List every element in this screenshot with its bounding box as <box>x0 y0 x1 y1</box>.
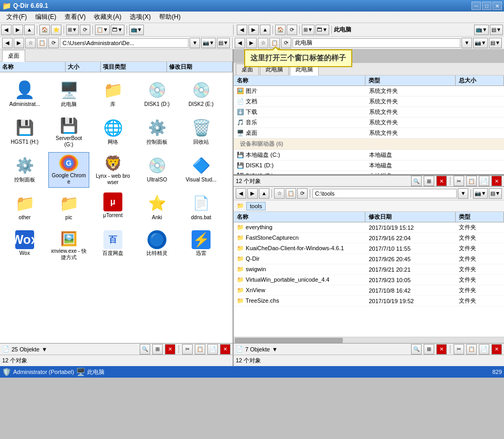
icon-recycle[interactable]: 🗑️ 回收站 <box>181 114 222 150</box>
icon-wox[interactable]: Wox Wox <box>4 228 45 263</box>
icon-library[interactable]: 📁 库 <box>92 77 133 112</box>
right-row-docs[interactable]: 📄 文档 系统文件夹 <box>234 97 504 107</box>
left-status-btn4[interactable]: ✂ <box>182 344 193 355</box>
left-col-date[interactable]: 修改日期 <box>167 62 233 72</box>
right-row-d[interactable]: 💾 DISK1 (D:) 本地磁盘 <box>234 160 504 171</box>
rb-status-btn2[interactable]: ⊞ <box>424 344 434 355</box>
address-input-bottom[interactable] <box>312 189 457 198</box>
rb-status-btn3[interactable]: ✕ <box>436 344 447 355</box>
view-mode-right[interactable]: 📷▼ <box>473 38 488 48</box>
star-right-addr[interactable]: ☆ <box>258 38 268 48</box>
forward-right-addr[interactable]: ▶ <box>246 38 257 48</box>
menu-file[interactable]: 文件(F) <box>2 12 31 23</box>
right-row-desktop[interactable]: 🖥️ 桌面 系统文件夹 <box>234 128 504 138</box>
icon-thispc[interactable]: 🖥️ 此电脑 <box>48 77 89 112</box>
left-status-btn7[interactable]: ✕ <box>220 344 230 355</box>
forward-button-right[interactable]: ▶ <box>248 25 259 35</box>
right-row-downloads[interactable]: ⬇️ 下载 系统文件夹 <box>234 107 504 117</box>
addr-dropdown-right[interactable]: ▼ <box>461 38 472 48</box>
icon-control-panel1[interactable]: ⚙️ 控制面板 <box>136 114 177 150</box>
left-status-btn3[interactable]: ✕ <box>165 344 175 355</box>
up-button-right[interactable]: ▲ <box>260 25 270 35</box>
right-top-status-btn1[interactable]: 🔍 <box>411 176 422 186</box>
right-row-images[interactable]: 🖼️ 图片 系统文件夹 <box>234 86 504 97</box>
star-left-addr[interactable]: ☆ <box>25 38 36 48</box>
rb-status-btn1[interactable]: 🔍 <box>411 344 422 355</box>
right-top-status-btn3[interactable]: ✕ <box>436 176 447 186</box>
back-right-addr[interactable]: ◀ <box>235 38 245 48</box>
minimize-button[interactable]: ─ <box>471 2 481 10</box>
bottom-row-xnview[interactable]: 📁 XnView 2017/10/8 16:42 文件夹 <box>234 285 504 296</box>
right-top-col-type[interactable]: 类型 <box>365 76 456 85</box>
back-button-left[interactable]: ◀ <box>1 25 12 35</box>
icon-pic[interactable]: 📁 pic <box>48 190 89 226</box>
right-row-c[interactable]: 💾 本地磁盘 (C:) 本地磁盘 <box>234 150 504 160</box>
pane-btn-right[interactable]: ▤▼ <box>490 25 503 35</box>
icon-ultraiso[interactable]: 💿 UltraISO <box>136 152 177 188</box>
icon-network[interactable]: 🌐 网络 <box>92 114 133 150</box>
right-top-status-btn6[interactable]: 📄 <box>479 176 489 186</box>
menu-edit[interactable]: 编辑(E) <box>31 12 60 23</box>
right-top-status-btn5[interactable]: 📋 <box>466 176 477 186</box>
right-top-status-btn4[interactable]: ✂ <box>454 176 464 186</box>
refresh-left-addr[interactable]: ⟳ <box>48 38 59 48</box>
back-btn-bottom[interactable]: ◀ <box>236 188 246 199</box>
copy-btn-bottom[interactable]: 📋 <box>286 188 296 199</box>
right-row-e[interactable]: 💾 DISK2 (E:) 本地磁盘 <box>234 171 504 174</box>
icon-vs[interactable]: 🔷 Visual Stud... <box>181 152 222 188</box>
right-top-col-name[interactable]: 名称 <box>234 76 365 85</box>
breadcrumb-tools[interactable]: tools <box>246 202 266 210</box>
star-button-left[interactable]: ⭐ <box>51 25 61 35</box>
bottom-row-swigwin[interactable]: 📁 swigwin 2017/9/21 20:21 文件夹 <box>234 264 504 275</box>
view-button-right[interactable]: 🗔▼ <box>316 25 329 35</box>
view-mode-left[interactable]: 📷▼ <box>201 38 216 48</box>
left-tab-desktop[interactable]: 桌面 <box>2 50 25 62</box>
menu-options[interactable]: 选项(X) <box>125 12 155 23</box>
left-status-btn2[interactable]: ⊞ <box>152 344 163 355</box>
addr-dropdown-bottom[interactable]: ▼ <box>458 188 468 199</box>
forward-btn-bottom[interactable]: ▶ <box>247 188 258 199</box>
right-bottom-col-type[interactable]: 类型 <box>456 212 504 222</box>
icon-xnview[interactable]: 🖼️ xnview.exe - 快捷方式 <box>48 228 89 263</box>
bottom-row-everything[interactable]: 📁 everything 2017/10/19 15:12 文件夹 <box>234 222 504 233</box>
bottom-row-virtuawin[interactable]: 📁 VirtuaWin_portable_unicode_4.4 2017/9/… <box>234 275 504 285</box>
right-bottom-col-date[interactable]: 修改日期 <box>365 212 456 222</box>
display-btn-right[interactable]: 📺▼ <box>474 25 489 35</box>
refresh-button-left[interactable]: ⟳ <box>80 25 90 35</box>
address-input-left[interactable] <box>60 38 188 48</box>
refresh-right-addr[interactable]: ⟳ <box>281 38 291 48</box>
left-status-btn1[interactable]: 🔍 <box>140 344 150 355</box>
view-button-left[interactable]: 📋▼ <box>95 25 110 35</box>
copy-left-addr[interactable]: 📋 <box>37 38 47 48</box>
right-top-col-size[interactable]: 总大小 <box>456 76 504 85</box>
bottom-row-qdir[interactable]: 📁 Q-Dir 2017/9/26 20:45 文件夹 <box>234 254 504 264</box>
address-input-right-top[interactable] <box>292 38 460 48</box>
pane-btn-bottom[interactable]: ▤▼ <box>489 188 502 199</box>
left-status-dropdown[interactable]: ▼ <box>41 346 47 352</box>
view-btn-bottom[interactable]: 📷▼ <box>473 188 488 199</box>
bottom-row-treesize[interactable]: 📁 TreeSize.chs 2017/10/19 19:52 文件夹 <box>234 296 504 306</box>
icon-lynx[interactable]: 🦁 Lynx - web browser <box>92 152 133 188</box>
home-button-right[interactable]: 🏠 <box>275 25 286 35</box>
forward-button-left[interactable]: ▶ <box>13 25 23 35</box>
right-bottom-status-dropdown[interactable]: ▼ <box>272 346 278 352</box>
icon-other[interactable]: 📁 other <box>4 190 45 226</box>
rb-status-btn7[interactable]: ✕ <box>491 344 502 355</box>
window-btn-left[interactable]: 🗔▼ <box>111 25 124 35</box>
pane-mode-left[interactable]: ▤▼ <box>217 38 230 48</box>
up-btn-bottom[interactable]: ▲ <box>259 188 269 199</box>
addr-dropdown-left[interactable]: ▼ <box>190 38 200 48</box>
right-bottom-col-name[interactable]: 名称 <box>234 212 365 222</box>
icon-utorrent[interactable]: μ μTorrent <box>92 190 133 226</box>
home-button-left[interactable]: 🏠 <box>39 25 50 35</box>
refresh-button-right[interactable]: ⟳ <box>287 25 297 35</box>
back-left-addr[interactable]: ◀ <box>2 38 13 48</box>
menu-favorites[interactable]: 收藏夹(A) <box>90 12 125 23</box>
icon-ddns[interactable]: 📄 ddns.bat <box>181 190 222 226</box>
icon-control-panel2[interactable]: ⚙️ 控制面板 <box>4 152 45 188</box>
rb-status-btn4[interactable]: ✂ <box>454 344 464 355</box>
icon-hgst[interactable]: 💾 HGST1 (H:) <box>4 114 45 150</box>
icon-anki[interactable]: ⭐ Anki <box>136 190 177 226</box>
right-row-music[interactable]: 🎵 音乐 系统文件夹 <box>234 117 504 128</box>
close-button[interactable]: ✕ <box>492 2 502 10</box>
